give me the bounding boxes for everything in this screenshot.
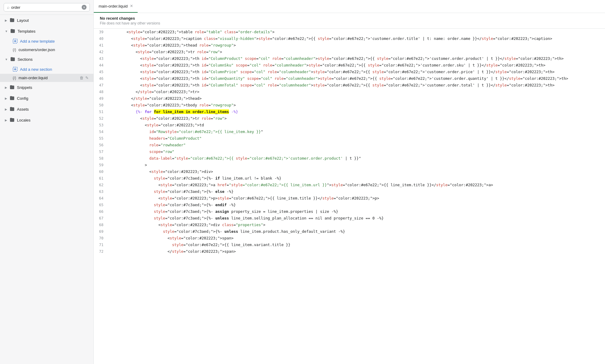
sidebar-item-locales[interactable]: ▶ Locales [0,115,93,125]
line-content: <style="color:#202223;">span> [108,235,605,242]
code-line: 55 headers="ColumnProduct" [94,135,605,142]
line-content: </style="color:#202223;">tr> [108,89,605,95]
line-number: 66 [94,208,108,215]
line-content: style="color:#7c3aed;">{%- unless line_i… [108,215,605,222]
code-line: 71 style="color:#e67e22;">{{ line_item.v… [94,242,605,248]
line-content: headers="ColumnProduct" [108,135,605,142]
line-content: <style="color:#202223;">a href="style="c… [108,182,605,188]
line-number: 72 [94,248,108,255]
code-line: 40 <style="color:#202223;">caption class… [94,35,605,42]
chevron-down-icon: ▼ [5,30,8,33]
line-content: <style="color:#202223;">div class="prope… [108,222,605,228]
search-bar: ⌕ ✕ [0,0,93,15]
main-order-liquid-item[interactable]: {/} main-order.liquid 🗑 ✎ [0,74,93,82]
line-number: 39 [94,29,108,35]
code-line: 66 style="color:#7c3aed;">{%- assign pro… [94,208,605,215]
info-sub: File does not have any other versions [100,21,599,25]
line-content: scope="row" [108,148,605,155]
assets-label: Assets [17,107,29,112]
line-number: 53 [94,122,108,128]
line-number: 41 [94,42,108,48]
line-content: <style="color:#202223;">p>style="color:#… [108,195,605,202]
line-number: 70 [94,235,108,241]
sidebar-section-assets: ▶ Assets [0,104,93,115]
chevron-right-icon-locales: ▶ [5,119,7,122]
line-number: 40 [94,35,108,42]
tab-close-button[interactable]: × [130,4,133,8]
templates-label: Templates [18,29,35,34]
add-new-section-item[interactable]: Add a new section [0,65,93,74]
line-number: 45 [94,69,108,75]
search-wrapper: ⌕ ✕ [4,3,90,11]
line-content: {%- for for line_item in order.line_item… [108,109,605,115]
code-line: 61 style="color:#7c3aed;">{%- if line_it… [94,175,605,182]
sidebar-item-config[interactable]: ▶ Config [0,93,93,104]
chevron-right-icon-assets: ▶ [5,108,7,111]
edit-icon[interactable]: ✎ [85,76,89,80]
code-line: 58 data-label="style="color:#e67e22;">{{… [94,155,605,162]
line-number: 46 [94,75,108,82]
line-content: </style="color:#202223;">thead> [108,95,605,102]
line-content: <style="color:#202223;">table role="tabl… [108,29,605,35]
chevron-right-icon: ▶ [5,19,7,22]
add-new-template-item[interactable]: Add a new template [0,37,93,46]
sidebar-section-layout: ▶ Layout [0,15,93,26]
chevron-right-icon-snippets: ▶ [5,86,7,89]
editor-info-bar: No recent changes File does not have any… [94,13,605,29]
line-content: <style="color:#202223;">th id="ColumnSku… [108,62,605,69]
tab-bar: main-order.liquid × [94,0,605,13]
sidebar-item-assets[interactable]: ▶ Assets [0,104,93,115]
code-line: 44 <style="color:#202223;">th id="Column… [94,62,605,69]
sidebar-item-sections[interactable]: ▼ Sections [0,54,93,65]
code-line: 49 </style="color:#202223;">thead> [94,95,605,102]
code-line: 59 > [94,162,605,168]
sidebar: ⌕ ✕ ▶ Layout ▼ Templates [0,0,94,364]
line-content: id="Rowstyle="color:#e67e22;">{{ line_it… [108,128,605,135]
code-line: 52 <style="color:#202223;">tr role="row"… [94,115,605,122]
add-template-label: Add a new template [20,39,55,44]
search-input[interactable] [11,5,80,10]
line-number: 58 [94,155,108,161]
code-line: 45 <style="color:#202223;">th id="Column… [94,69,605,75]
tab-label: main-order.liquid [99,4,128,8]
chevron-down-icon-sections: ▼ [5,58,8,61]
folder-icon-locales [9,117,15,123]
line-number: 52 [94,115,108,122]
line-content: <style="color:#202223;">th id="ColumnTot… [108,82,605,89]
sidebar-section-snippets: ▶ Snippets [0,82,93,93]
code-line: 64 <style="color:#202223;">p>style="colo… [94,195,605,202]
line-content: <style="color:#202223;">tr role="row"> [108,49,605,55]
line-number: 47 [94,82,108,88]
line-number: 49 [94,95,108,102]
code-editor[interactable]: 39 <style="color:#202223;">table role="t… [94,29,605,364]
config-label: Config [17,96,28,101]
code-line: 65 style="color:#7c3aed;">{%- endif -%} [94,202,605,208]
delete-icon[interactable]: 🗑 [80,76,83,80]
code-line: 41 <style="color:#202223;">thead role="r… [94,42,605,49]
search-icon: ⌕ [7,5,9,10]
code-line: 53 <style="color:#202223;">td [94,122,605,128]
line-number: 54 [94,128,108,135]
code-line: 43 <style="color:#202223;">th id="Column… [94,55,605,62]
customers-order-item[interactable]: {/} customers/order.json [0,46,93,54]
locales-label: Locales [17,118,31,122]
tab-main-order-liquid[interactable]: main-order.liquid × [94,0,138,13]
sidebar-item-templates[interactable]: ▼ Templates [0,26,93,37]
info-title: No recent changes [100,16,599,21]
line-content: style="color:#7c3aed;">{%- else -%} [108,188,605,195]
add-section-label: Add a new section [20,67,52,72]
line-number: 51 [94,109,108,115]
sidebar-item-layout[interactable]: ▶ Layout [0,15,93,26]
add-section-icon [13,67,18,72]
sections-label: Sections [18,57,33,62]
sidebar-item-snippets[interactable]: ▶ Snippets [0,82,93,93]
folder-icon-assets [9,106,15,112]
line-content: style="color:#7c3aed;">{%- assign proper… [108,208,605,215]
line-content: role="rowheader" [108,142,605,148]
folder-icon-config [9,95,15,101]
line-number: 69 [94,228,108,235]
clear-icon[interactable]: ✕ [82,5,87,10]
code-line: 47 <style="color:#202223;">th id="Column… [94,82,605,89]
line-content: > [108,162,605,168]
code-line: 42 <style="color:#202223;">tr role="row"… [94,49,605,55]
